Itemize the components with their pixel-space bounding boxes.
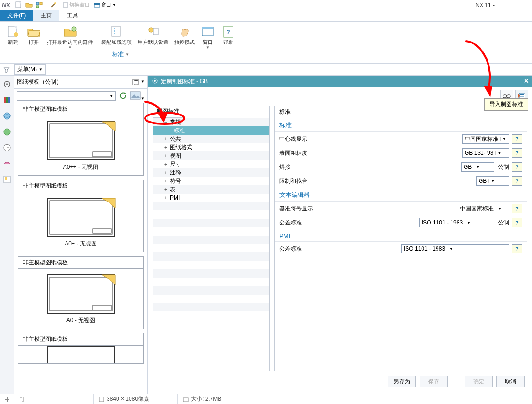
svg-text:?: ? [226, 29, 230, 36]
earth-icon[interactable] [2, 127, 12, 137]
svg-rect-65 [20, 397, 24, 401]
prop-tolerance: 公差标准 ISO 1101 - 1983▼ 公制 ? [275, 216, 527, 230]
help-icon[interactable]: ? [512, 204, 522, 213]
open-button[interactable]: 打开 [23, 23, 44, 50]
svg-rect-45 [47, 198, 115, 237]
status-dims: 3840 × 1080像素 [107, 395, 149, 403]
tab-tools[interactable]: 工具 [59, 10, 86, 21]
image-mode-icon[interactable]: ▼ [130, 91, 145, 101]
svg-rect-3 [40, 2, 42, 5]
help-icon[interactable]: ? [512, 162, 522, 172]
templates-list[interactable]: 非主模型图纸模板 A0++ - 无视图 非主模型图纸模板 A0+ - 无视图 非… [14, 103, 147, 394]
new-button[interactable]: 新建 [3, 23, 23, 50]
template-item[interactable]: A0 - 无视图 [18, 268, 144, 329]
help-button[interactable]: ? 帮助 [218, 23, 239, 50]
tree-row[interactable]: +图纸格式 [153, 143, 269, 152]
svg-rect-16 [114, 30, 115, 32]
customize-drafting-standard-dialog: 定制制图标准 - GB ✕ 导入制图标准 制图标准 −常规 标准 +公共 +图纸… [148, 76, 532, 394]
app-logo: NX [2, 1, 10, 8]
tree-row[interactable]: +注释 [153, 168, 269, 177]
window-button[interactable]: 窗口 ▼ [197, 23, 218, 50]
statusbar: 3840 × 1080像素 大小: 2.7MB [0, 394, 532, 404]
tree-row[interactable]: +视图 [153, 152, 269, 160]
help-icon[interactable]: ? [512, 218, 522, 227]
tree-row[interactable]: +公共 [153, 135, 269, 143]
dialog-title: 定制制图标准 - GB [161, 78, 208, 86]
props-tab[interactable]: 标准 [275, 106, 295, 118]
ribbon-group-label: 标准 [112, 50, 124, 58]
svg-rect-28 [8, 97, 10, 103]
cancel-button[interactable]: 取消 [496, 376, 525, 387]
help-icon[interactable]: ? [512, 244, 522, 253]
gear-icon[interactable] [2, 79, 12, 89]
new-doc-icon[interactable] [14, 1, 23, 9]
saveas-button[interactable]: 另存为 [388, 376, 416, 387]
tree-row[interactable]: +尺寸 [153, 160, 269, 168]
limitfit-combo[interactable]: GB▼ [476, 176, 509, 186]
icon-rail [0, 76, 14, 394]
templates-title: 图纸模板（公制） [17, 78, 62, 86]
globe-icon[interactable] [2, 111, 12, 121]
close-icon[interactable]: ✕ [524, 77, 529, 85]
roughness-combo[interactable]: GB 131- 93▼ [462, 148, 509, 158]
add-panel-icon[interactable] [2, 175, 12, 184]
tree-row-standard[interactable]: 标准 [153, 126, 269, 135]
switch-window-checkbox[interactable]: 切换窗口 [63, 1, 90, 8]
svg-point-31 [4, 129, 10, 135]
tree-row[interactable]: +符号 [153, 177, 269, 185]
weld-combo[interactable]: GB▼ [461, 162, 494, 172]
tree-row[interactable]: +表 [153, 185, 269, 194]
umbrella-icon[interactable] [2, 159, 12, 168]
refresh-icon[interactable] [118, 91, 127, 101]
open-folder-icon[interactable] [24, 1, 34, 9]
save-button[interactable]: 保存 [420, 376, 448, 387]
svg-rect-2 [36, 2, 39, 5]
template-filter-combo[interactable]: ▼ [17, 91, 116, 101]
open-recent-button[interactable]: 打开最近访问的部件 ▼ [44, 23, 96, 50]
menu-button[interactable]: 菜单(M)▼ [14, 64, 46, 75]
help-icon[interactable]: ? [512, 176, 522, 186]
clock-icon[interactable] [2, 143, 12, 152]
gear-icon [152, 78, 158, 86]
template-item[interactable]: A0+ - 无视图 [18, 192, 144, 252]
tab-file[interactable]: 文件(F) [0, 10, 33, 21]
tree-tab[interactable]: 制图标准 [153, 106, 183, 118]
svg-rect-19 [153, 28, 158, 35]
tree-row[interactable]: +PMI [153, 194, 269, 202]
prop-roughness: 表面粗糙度 GB 131- 93▼ ? [275, 146, 527, 160]
wand-icon[interactable] [49, 1, 58, 9]
svg-rect-15 [114, 28, 115, 29]
svg-rect-49 [47, 275, 115, 313]
centerline-combo[interactable]: 中国国家标准▼ [462, 134, 509, 144]
svg-point-25 [6, 83, 8, 85]
ok-button[interactable]: 确定 [465, 376, 493, 387]
datum-combo[interactable]: 中国国家标准▼ [458, 204, 509, 213]
assembly-load-button[interactable]: 装配加载选项 [98, 23, 135, 50]
section-pmi: PMI [275, 230, 527, 242]
pmi-tolerance-combo[interactable]: ISO 1101 - 1983▼ [401, 244, 509, 253]
template-item[interactable] [18, 345, 144, 364]
filter-icon[interactable] [2, 65, 11, 74]
svg-rect-4 [36, 6, 39, 8]
minimize-panel-icon[interactable]: ▢ [132, 79, 139, 85]
dialog-area: 定制制图标准 - GB ✕ 导入制图标准 制图标准 −常规 标准 +公共 +图纸… [148, 76, 532, 394]
template-item[interactable]: A0++ - 无视图 [18, 115, 144, 176]
tree-row-root[interactable]: −常规 [153, 118, 269, 126]
net-cube-icon[interactable] [35, 1, 44, 9]
window-dropdown[interactable]: 窗口▼ [94, 1, 116, 8]
template-group-title: 非主模型图纸模板 [18, 333, 144, 345]
svg-rect-66 [99, 397, 104, 402]
section-standard: 标准 [275, 118, 527, 132]
user-defaults-button[interactable]: 用户默认设置 [135, 23, 171, 50]
help-icon[interactable]: ? [512, 148, 522, 158]
help-icon[interactable]: ? [512, 134, 522, 144]
titlebar: NX 切换窗口 窗口▼ NX 11 - [0, 0, 532, 10]
tolerance-combo[interactable]: ISO 1101 - 1983▼ [419, 218, 494, 227]
tab-home[interactable]: 主页 [33, 10, 59, 21]
books-icon[interactable] [2, 95, 12, 105]
touch-mode-button[interactable]: 触控模式 [171, 23, 197, 50]
svg-point-56 [503, 95, 507, 98]
svg-point-6 [54, 2, 56, 4]
standards-tree[interactable]: −常规 标准 +公共 +图纸格式 +视图 +尺寸 +注释 +符号 +表 +PMI [153, 118, 269, 371]
template-group-title: 非主模型图纸模板 [18, 256, 144, 268]
